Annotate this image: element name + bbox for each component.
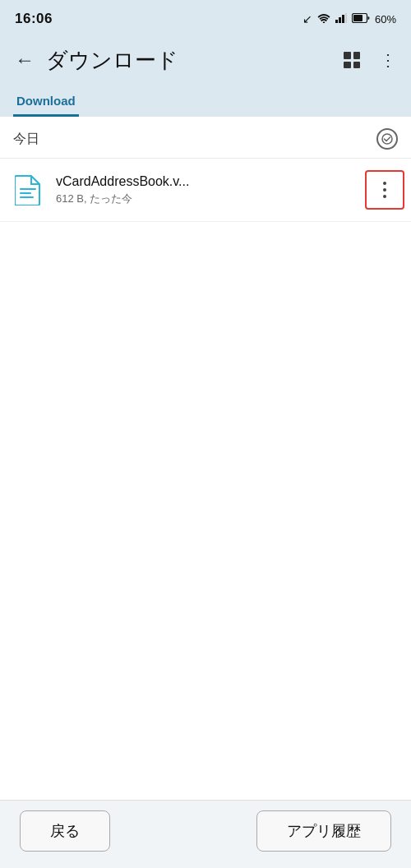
bottom-bar: 戻る アプリ履歴: [0, 800, 411, 868]
back-button[interactable]: ←: [7, 42, 43, 78]
wifi-icon: [317, 12, 330, 25]
section-header: 今日: [0, 117, 411, 159]
battery-text: 60%: [375, 13, 396, 25]
svg-rect-3: [342, 15, 344, 23]
svg-rect-4: [345, 13, 347, 23]
svg-point-0: [323, 21, 325, 23]
app-bar: ← ダウンロード ⋮: [0, 35, 411, 85]
signal-icon: [335, 12, 347, 25]
app-bar-title: ダウンロード: [46, 46, 335, 75]
status-icons: ↙ 60%: [302, 12, 396, 25]
svg-rect-6: [353, 15, 363, 21]
sync-icon: ↙: [302, 12, 312, 25]
app-bar-actions: ⋮: [335, 44, 404, 76]
svg-rect-1: [335, 20, 338, 23]
file-more-button[interactable]: [365, 170, 404, 210]
file-meta: 612 B, たった今: [56, 192, 362, 206]
battery-icon: [352, 12, 370, 25]
section-title: 今日: [13, 131, 39, 148]
file-info: vCardAddressBook.v... 612 B, たった今: [56, 174, 362, 206]
svg-rect-10: [20, 196, 34, 198]
three-dots-icon: [383, 182, 386, 198]
svg-rect-8: [20, 188, 36, 190]
svg-rect-9: [20, 192, 31, 194]
tab-bar: Download: [0, 85, 411, 117]
app-history-button[interactable]: アプリ履歴: [256, 810, 391, 852]
grid-view-button[interactable]: [335, 44, 368, 76]
content-area: 今日 vCardAddressBook.v... 612 B, たった今: [0, 117, 411, 800]
select-all-button[interactable]: [376, 128, 398, 150]
file-name: vCardAddressBook.v...: [56, 174, 286, 189]
grid-icon: [344, 52, 360, 68]
svg-rect-2: [339, 17, 341, 23]
status-time: 16:06: [15, 11, 53, 27]
file-icon: [10, 172, 46, 208]
file-list-item[interactable]: vCardAddressBook.v... 612 B, たった今: [0, 159, 411, 222]
back-nav-button[interactable]: 戻る: [20, 810, 110, 852]
overflow-menu-button[interactable]: ⋮: [372, 44, 404, 76]
tab-download[interactable]: Download: [13, 85, 79, 117]
status-bar: 16:06 ↙: [0, 0, 411, 35]
